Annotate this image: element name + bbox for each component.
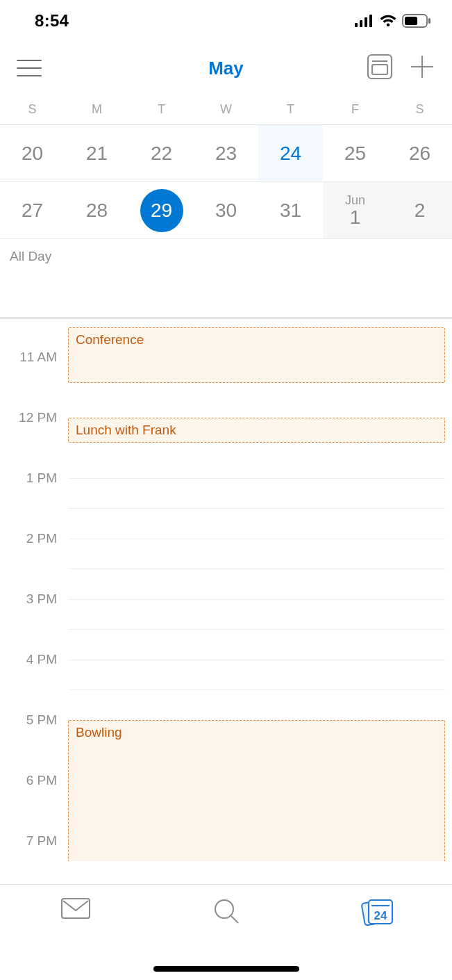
date-number: 28 bbox=[86, 201, 108, 220]
date-number: 2 bbox=[415, 201, 426, 220]
date-number: 26 bbox=[409, 144, 430, 163]
home-indicator bbox=[153, 966, 299, 972]
calendar-icon-date: 24 bbox=[374, 909, 387, 922]
time-label: 6 PM bbox=[26, 773, 57, 788]
allday-section[interactable]: All Day bbox=[0, 239, 452, 319]
status-time: 8:54 bbox=[35, 11, 69, 31]
event-block[interactable]: Bowling bbox=[68, 720, 445, 861]
tab-calendar[interactable]: 24 bbox=[301, 885, 452, 980]
event-block[interactable]: Lunch with Frank bbox=[68, 418, 445, 443]
event-title: Conference bbox=[76, 332, 144, 347]
date-cell[interactable]: 21 bbox=[65, 125, 129, 181]
svg-rect-0 bbox=[355, 23, 358, 27]
svg-rect-6 bbox=[428, 18, 430, 24]
date-cell-next-month[interactable]: Jun1 bbox=[323, 182, 387, 238]
time-label: 4 PM bbox=[26, 652, 57, 667]
calendar-icon: 24 bbox=[359, 897, 395, 928]
date-number: 23 bbox=[215, 144, 237, 163]
tab-bar: 24 bbox=[0, 884, 452, 980]
weekday-label: M bbox=[65, 95, 129, 124]
view-toggle-button[interactable] bbox=[366, 53, 394, 83]
date-cell[interactable]: 20 bbox=[0, 125, 65, 181]
hour-line bbox=[68, 660, 445, 660]
app-header: May bbox=[0, 42, 452, 95]
date-number: 24 bbox=[280, 144, 301, 163]
date-number: 21 bbox=[86, 144, 108, 163]
time-label: 2 PM bbox=[26, 531, 57, 546]
cellular-icon bbox=[355, 15, 374, 27]
hour-line bbox=[68, 478, 445, 479]
date-row: 27 28 29 30 31 Jun1 2 bbox=[0, 182, 452, 239]
date-number: 31 bbox=[280, 201, 301, 220]
date-month-label: Jun bbox=[345, 194, 365, 206]
time-gutter: 11 AM 12 PM 1 PM 2 PM 3 PM 4 PM 5 PM 6 P… bbox=[0, 319, 68, 861]
time-label: 11 AM bbox=[19, 350, 57, 365]
weekday-label: S bbox=[0, 95, 65, 124]
svg-rect-2 bbox=[365, 17, 367, 27]
date-cell[interactable]: 28 bbox=[65, 182, 129, 238]
weekday-header: S M T W T F S bbox=[0, 95, 452, 125]
date-cell[interactable]: 26 bbox=[387, 125, 452, 181]
status-bar: 8:54 bbox=[0, 0, 452, 42]
allday-label: All Day bbox=[0, 239, 68, 317]
month-title[interactable]: May bbox=[208, 58, 244, 79]
date-number: 22 bbox=[151, 144, 172, 163]
weekday-label: T bbox=[129, 95, 194, 124]
tab-mail[interactable] bbox=[0, 885, 151, 980]
add-event-button[interactable] bbox=[409, 54, 435, 83]
hour-line bbox=[68, 508, 445, 509]
date-cell[interactable]: 23 bbox=[194, 125, 258, 181]
time-label: 5 PM bbox=[26, 712, 57, 728]
time-label: 3 PM bbox=[26, 591, 57, 607]
date-cell[interactable]: 25 bbox=[323, 125, 387, 181]
hour-line bbox=[68, 629, 445, 630]
date-number: 20 bbox=[22, 144, 43, 163]
svg-rect-12 bbox=[62, 899, 90, 918]
status-icons bbox=[355, 14, 431, 28]
weekday-label: S bbox=[387, 95, 452, 124]
event-block[interactable]: Conference bbox=[68, 327, 445, 383]
hour-line bbox=[68, 539, 445, 539]
mail-icon bbox=[60, 897, 91, 922]
date-cell[interactable]: 30 bbox=[194, 182, 258, 238]
date-number: 1 bbox=[350, 208, 361, 227]
date-cell[interactable]: 27 bbox=[0, 182, 65, 238]
search-icon bbox=[212, 897, 240, 928]
hour-line bbox=[68, 569, 445, 569]
svg-rect-3 bbox=[369, 15, 372, 27]
battery-icon bbox=[402, 14, 431, 28]
date-cell[interactable]: 22 bbox=[129, 125, 194, 181]
event-area[interactable]: Conference Lunch with Frank Bowling bbox=[68, 319, 452, 861]
event-title: Bowling bbox=[76, 725, 122, 740]
wifi-icon bbox=[380, 15, 396, 27]
date-cell-selected[interactable]: 29 bbox=[129, 182, 194, 238]
date-row: 20 21 22 23 24 25 26 bbox=[0, 125, 452, 182]
hour-line bbox=[68, 599, 445, 600]
svg-rect-1 bbox=[360, 20, 362, 27]
svg-rect-5 bbox=[405, 17, 417, 25]
weekday-label: W bbox=[194, 95, 258, 124]
menu-button[interactable] bbox=[17, 60, 42, 76]
event-title: Lunch with Frank bbox=[76, 423, 176, 437]
hour-line bbox=[68, 689, 445, 690]
date-cell[interactable]: 31 bbox=[258, 182, 323, 238]
date-cell-next-month[interactable]: 2 bbox=[387, 182, 452, 238]
svg-line-14 bbox=[231, 916, 238, 923]
time-label: 12 PM bbox=[19, 410, 57, 425]
svg-point-13 bbox=[215, 900, 233, 918]
date-cell-today[interactable]: 24 bbox=[258, 125, 323, 181]
date-number: 29 bbox=[151, 201, 172, 220]
time-label: 7 PM bbox=[26, 833, 57, 849]
date-number: 30 bbox=[215, 201, 237, 220]
date-number: 27 bbox=[22, 201, 43, 220]
date-number: 25 bbox=[344, 144, 366, 163]
time-label: 1 PM bbox=[26, 471, 57, 486]
weekday-label: T bbox=[258, 95, 323, 124]
svg-rect-9 bbox=[372, 65, 387, 74]
day-timeline[interactable]: 11 AM 12 PM 1 PM 2 PM 3 PM 4 PM 5 PM 6 P… bbox=[0, 319, 452, 861]
weekday-label: F bbox=[323, 95, 387, 124]
